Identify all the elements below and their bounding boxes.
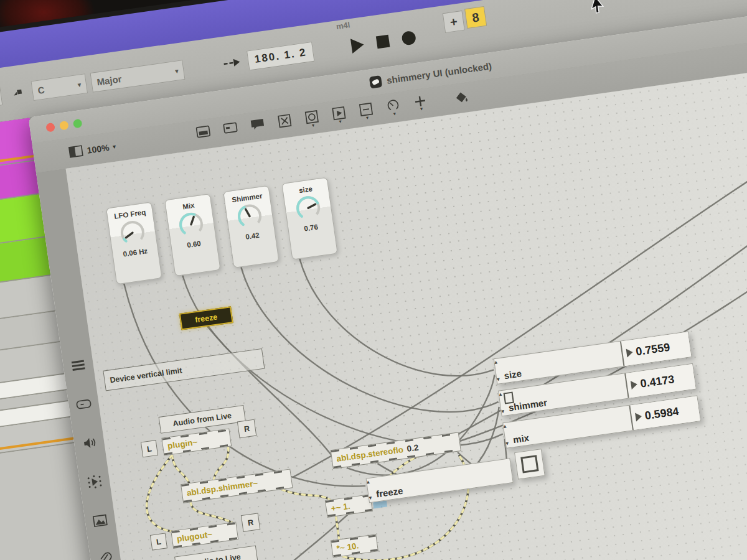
flonum-triangle-icon — [626, 348, 634, 357]
dial-knob[interactable] — [233, 199, 266, 233]
flonum-triangle-icon — [631, 380, 638, 390]
scale-root-value: C — [37, 84, 45, 95]
dial-value: 0.76 — [304, 223, 319, 233]
dial-knob[interactable] — [116, 216, 149, 250]
param-value: 0.5984 — [644, 404, 679, 422]
param-value: 0.4173 — [639, 373, 675, 390]
dial-tool[interactable]: ▾ — [385, 98, 403, 117]
param-value: 0.7559 — [635, 340, 670, 358]
play-button[interactable] — [345, 34, 369, 57]
loop-button[interactable]: 8 — [464, 6, 487, 29]
left-channel-comment[interactable]: L — [141, 440, 158, 457]
plus-tool[interactable]: ▾ — [411, 94, 430, 112]
comment-tool[interactable] — [249, 117, 267, 131]
button-tool[interactable] — [276, 113, 294, 129]
param-label: shimmer — [508, 397, 548, 413]
param-label: size — [504, 368, 522, 381]
playbar-tool[interactable]: ▾ — [330, 105, 349, 124]
record-button[interactable] — [397, 27, 421, 49]
live-window-title: m4l — [336, 20, 350, 31]
right-channel-comment[interactable]: R — [241, 513, 260, 532]
scale-icon[interactable] — [6, 82, 29, 105]
console-icon[interactable] — [72, 393, 95, 416]
snippets-icon[interactable] — [83, 470, 106, 493]
text-cursor-box — [504, 392, 514, 404]
toggle-tool[interactable]: ▾ — [303, 109, 322, 128]
number-tool[interactable]: ▾ — [357, 101, 376, 121]
dial-knob[interactable] — [291, 191, 325, 225]
menu-icon[interactable] — [67, 354, 90, 376]
flonum-triangle-icon — [635, 412, 642, 421]
chevron-down-icon: ▾ — [339, 120, 342, 124]
left-channel-comment[interactable]: L — [150, 533, 167, 550]
image-icon[interactable] — [89, 510, 111, 532]
freeze-toggle[interactable] — [514, 449, 545, 480]
scale-root-menu[interactable]: C ▾ — [31, 73, 88, 101]
lock-bucket-icon[interactable] — [453, 90, 471, 106]
quantize-menu[interactable]: 1 Bar ▾ — [0, 85, 2, 113]
zoom-level: 100% — [87, 142, 110, 156]
chevron-down-icon: ▾ — [113, 144, 116, 151]
chevron-down-icon: ▾ — [420, 107, 423, 111]
scale-name-menu[interactable]: Major ▾ — [90, 60, 186, 93]
object-tool[interactable] — [222, 121, 240, 135]
dial-knob[interactable] — [174, 208, 208, 241]
sidebar-toggle-icon[interactable] — [68, 144, 85, 160]
audio-icon[interactable] — [78, 432, 100, 454]
freeze-row-label: freeze — [375, 485, 403, 500]
chevron-down-icon: ▾ — [175, 67, 179, 75]
param-label: mix — [512, 432, 530, 445]
scale-name-value: Major — [96, 73, 122, 87]
m4l-document-icon — [369, 75, 382, 88]
zoom-control[interactable]: 100% ▾ — [68, 139, 117, 160]
chevron-down-icon: ▾ — [393, 112, 396, 116]
toggle-square-icon — [520, 455, 538, 473]
chevron-down-icon: ▾ — [312, 124, 315, 128]
dial-value: 0.60 — [187, 240, 202, 249]
monitor-screen: m4l 1 Bar ▾ C ▾ Major ▾ 180. 1. 2 + 8 — [0, 0, 747, 560]
mouse-cursor — [591, 0, 605, 16]
arrangement-position[interactable]: 180. 1. 2 — [247, 42, 315, 70]
stop-button[interactable] — [371, 30, 395, 53]
chevron-down-icon: ▾ — [366, 116, 369, 120]
dial-value: 0.42 — [245, 231, 260, 241]
stereo-object-arg: 0.2 — [406, 443, 420, 454]
add-button[interactable]: + — [443, 11, 465, 33]
chevron-down-icon: ▾ — [77, 81, 82, 88]
follow-icon[interactable] — [220, 52, 243, 74]
right-channel-comment[interactable]: R — [237, 419, 256, 439]
paperclip-icon[interactable] — [95, 548, 117, 560]
window-tool[interactable] — [195, 124, 213, 139]
